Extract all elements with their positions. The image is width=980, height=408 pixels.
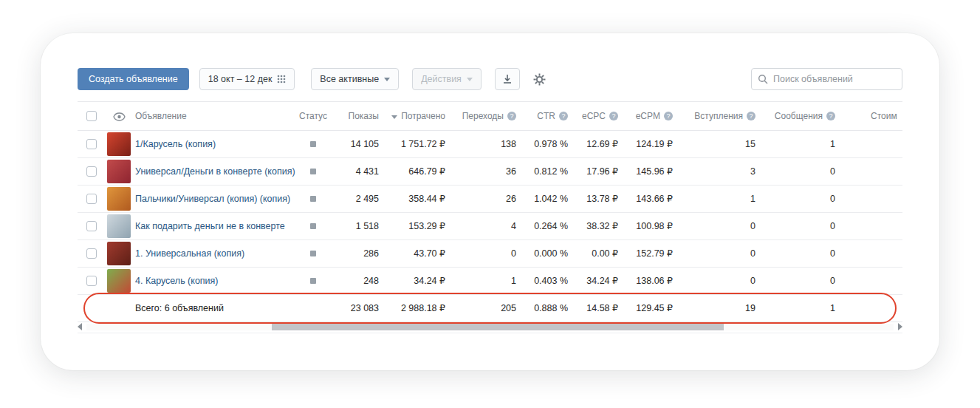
cell-spent: 1 751.72 ₽: [386, 130, 453, 157]
search-input[interactable]: [773, 74, 896, 84]
calendar-grid-icon: [277, 75, 286, 84]
cell-joins: 0: [680, 239, 763, 267]
ads-manager-card: Создать объявление 18 окт – 12 дек Все а…: [41, 33, 939, 370]
create-ad-button[interactable]: Создать объявление: [78, 68, 189, 90]
help-icon[interactable]: ?: [559, 112, 568, 120]
cell-ctr: 1.042 %: [524, 185, 575, 212]
cell-messages: 0: [763, 239, 843, 267]
status-filter-dropdown[interactable]: Все активные: [311, 68, 399, 90]
ad-name-link[interactable]: 4. Карусель (копия): [135, 276, 219, 286]
ad-name-link[interactable]: 1. Универсальная (копия): [135, 248, 244, 259]
cell-ecpm: 124.19 ₽: [626, 130, 680, 157]
row-checkbox[interactable]: [86, 194, 97, 204]
settings-button[interactable]: [527, 68, 552, 90]
scroll-left-arrow[interactable]: [78, 323, 82, 330]
table-header-row: Объявление Статус Показы Потрачено Перех…: [78, 102, 902, 130]
status-icon: [310, 141, 316, 147]
column-header-messages[interactable]: Сообщения?: [763, 102, 843, 130]
search-icon: [758, 74, 768, 84]
total-label: Всего: 6 объявлений: [135, 294, 336, 322]
total-row: Всего: 6 объявлений 23 083 2 988.18 ₽ 20…: [78, 294, 902, 322]
date-range-picker[interactable]: 18 окт – 12 дек: [199, 68, 295, 90]
cell-messages: 0: [763, 267, 843, 294]
chevron-down-icon: [467, 78, 473, 81]
column-header-status[interactable]: Статус: [290, 102, 336, 130]
help-icon[interactable]: ?: [507, 112, 516, 120]
cell-ecpc: 17.96 ₽: [575, 157, 626, 185]
cell-impressions: 1 518: [336, 212, 386, 239]
column-header-ecpm[interactable]: eCPM?: [626, 102, 680, 130]
cell-ecpm: 152.79 ₽: [626, 239, 680, 267]
cell-spent: 358.44 ₽: [386, 185, 453, 212]
ad-name-link[interactable]: Пальчики/Универсал (копия) (копия): [135, 194, 290, 204]
table-row: Как подарить деньги не в конверте 1 518 …: [78, 212, 902, 239]
actions-label: Действия: [421, 74, 462, 84]
cell-messages: 0: [763, 212, 843, 239]
export-button[interactable]: [495, 68, 520, 90]
toolbar: Создать объявление 18 окт – 12 дек Все а…: [78, 67, 902, 91]
row-checkbox[interactable]: [86, 221, 97, 231]
table-row: Универсал/Деньги в конверте (копия) 4 43…: [78, 157, 902, 185]
select-all-checkbox[interactable]: [86, 111, 97, 121]
ad-thumbnail[interactable]: [107, 160, 131, 183]
horizontal-scrollbar: [78, 323, 902, 333]
ad-name-link[interactable]: 1/Карусель (копия): [135, 139, 216, 149]
download-icon: [501, 73, 513, 85]
column-header-spent[interactable]: Потрачено: [386, 102, 453, 130]
ad-name-link[interactable]: Универсал/Деньги в конверте (копия): [135, 166, 295, 177]
table-row: 1/Карусель (копия) 14 105 1 751.72 ₽ 138…: [78, 130, 902, 157]
cell-ecpm: 138.06 ₽: [626, 267, 680, 294]
column-header-ecpc[interactable]: eCPC?: [575, 102, 626, 130]
ad-thumbnail[interactable]: [107, 242, 131, 265]
table-row: 4. Карусель (копия) 248 34.24 ₽ 1 0.403 …: [78, 267, 902, 294]
help-icon[interactable]: ?: [747, 112, 755, 120]
scroll-right-arrow[interactable]: [898, 323, 902, 330]
row-checkbox[interactable]: [86, 276, 97, 286]
sort-desc-icon: [391, 115, 397, 119]
actions-dropdown[interactable]: Действия: [412, 68, 482, 90]
cell-ecpc: 34.24 ₽: [575, 267, 626, 294]
row-checkbox[interactable]: [86, 248, 97, 259]
help-icon[interactable]: ?: [826, 112, 835, 120]
help-icon[interactable]: ?: [664, 112, 673, 120]
cell-ecpm: 143.66 ₽: [626, 185, 680, 212]
ad-thumbnail[interactable]: [107, 214, 131, 238]
status-icon: [310, 223, 316, 229]
status-icon: [310, 251, 316, 256]
cell-clicks: 26: [453, 185, 524, 212]
ads-table-container: Объявление Статус Показы Потрачено Перех…: [78, 101, 902, 333]
cell-joins: 0: [680, 212, 763, 239]
row-checkbox[interactable]: [86, 166, 97, 177]
status-icon: [310, 196, 316, 202]
cell-messages: 0: [763, 185, 843, 212]
column-header-ad[interactable]: Объявление: [135, 102, 290, 130]
ad-thumbnail[interactable]: [107, 132, 131, 156]
cell-impressions: 14 105: [336, 130, 386, 157]
cell-ctr: 0.812 %: [524, 157, 575, 185]
scrollbar-thumb[interactable]: [272, 324, 724, 330]
ad-thumbnail[interactable]: [107, 269, 131, 293]
cell-cost: [843, 157, 902, 185]
cell-spent: 43.70 ₽: [386, 239, 453, 267]
cell-ctr: 0.403 %: [524, 267, 575, 294]
cell-ecpc: 13.78 ₽: [575, 185, 626, 212]
column-header-joins[interactable]: Вступления?: [680, 102, 763, 130]
cell-spent: 646.79 ₽: [386, 157, 453, 185]
status-icon: [310, 169, 316, 174]
cell-ecpm: 145.96 ₽: [626, 157, 680, 185]
ad-thumbnail[interactable]: [107, 187, 131, 211]
help-icon[interactable]: ?: [609, 112, 618, 120]
cell-messages: 1: [763, 130, 843, 157]
total-impressions: 23 083: [336, 294, 386, 322]
cell-clicks: 4: [453, 212, 524, 239]
row-checkbox[interactable]: [86, 139, 97, 149]
scrollbar-track[interactable]: [86, 324, 894, 330]
ad-name-link[interactable]: Как подарить деньги не в конверте: [135, 221, 285, 231]
column-header-impressions[interactable]: Показы: [336, 102, 386, 130]
cell-joins: 15: [680, 130, 763, 157]
cell-ecpm: 100.98 ₽: [626, 212, 680, 239]
column-header-cost[interactable]: Стоим: [843, 102, 902, 130]
cell-ecpc: 38.32 ₽: [575, 212, 626, 239]
column-header-ctr[interactable]: CTR?: [524, 102, 575, 130]
column-header-clicks[interactable]: Переходы?: [453, 102, 524, 130]
